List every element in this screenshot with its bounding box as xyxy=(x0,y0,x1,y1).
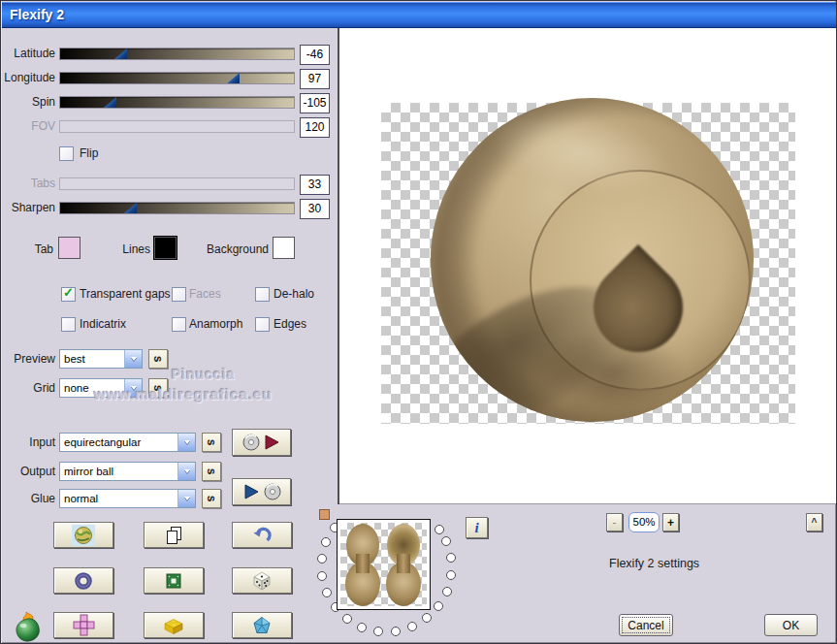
background-color-swatch[interactable] xyxy=(273,237,295,259)
output-select[interactable]: mirror ball xyxy=(59,462,196,481)
dial-dot[interactable] xyxy=(342,614,352,624)
dial-dot[interactable] xyxy=(317,571,327,581)
dehalo-label: De-halo xyxy=(274,286,314,302)
ring-icon xyxy=(73,570,94,592)
lines-swatch-label: Lines xyxy=(113,242,150,257)
save-settings-button[interactable] xyxy=(232,478,291,505)
cube-net-button[interactable] xyxy=(53,612,113,638)
dial-dot[interactable] xyxy=(407,622,417,631)
input-select-value: equirectangular xyxy=(60,436,177,448)
latitude-label: Latitude xyxy=(1,46,55,61)
edges-label: Edges xyxy=(274,316,306,332)
zoom-in-button[interactable]: + xyxy=(662,513,679,531)
lego-brick-icon xyxy=(162,614,185,637)
collapse-button[interactable]: ^ xyxy=(806,513,822,531)
info-button[interactable]: i xyxy=(466,517,488,538)
indicatrix-checkbox[interactable] xyxy=(61,317,76,332)
dial-marker[interactable] xyxy=(319,509,330,520)
spin-value[interactable]: -105 xyxy=(300,93,330,113)
chip-button[interactable] xyxy=(144,567,204,594)
cube-net-icon xyxy=(73,614,95,636)
dial-dot[interactable] xyxy=(441,536,451,546)
chevron-down-icon[interactable] xyxy=(177,434,195,451)
dial-dot[interactable] xyxy=(317,554,327,564)
brick-button[interactable] xyxy=(144,612,204,638)
grid-dropdown-label: Grid xyxy=(1,380,55,396)
latitude-slider-thumb[interactable] xyxy=(114,48,127,59)
dial-dot[interactable] xyxy=(446,570,456,580)
dial-dot[interactable] xyxy=(373,627,383,636)
example-thumbnail-image xyxy=(340,523,427,606)
window-title: Flexify 2 xyxy=(10,2,64,28)
transparent-gaps-label: Transparent gaps xyxy=(80,286,171,302)
fov-value[interactable]: 120 xyxy=(300,117,330,138)
titlebar[interactable]: Flexify 2 xyxy=(2,2,837,28)
flip-checkbox[interactable] xyxy=(59,146,74,161)
chevron-down-icon[interactable] xyxy=(124,350,142,368)
input-select[interactable]: equirectangular xyxy=(59,433,196,452)
edges-checkbox[interactable] xyxy=(255,317,270,332)
longitude-label: Longitude xyxy=(1,70,55,85)
preview-canvas[interactable] xyxy=(338,28,836,504)
cancel-button[interactable]: Cancel xyxy=(619,614,673,636)
copy-button[interactable] xyxy=(144,522,204,548)
tabs-label: Tabs xyxy=(1,176,55,191)
longitude-slider[interactable] xyxy=(59,72,295,84)
chevron-down-icon[interactable] xyxy=(177,490,195,507)
plus-icon: + xyxy=(667,516,674,530)
longitude-value[interactable]: 97 xyxy=(300,69,330,89)
longitude-slider-thumb[interactable] xyxy=(227,73,240,83)
glue-randomize-button[interactable]: s xyxy=(202,489,221,508)
gem-icon xyxy=(251,615,273,636)
ok-button[interactable]: OK xyxy=(764,614,818,636)
preview-randomize-button[interactable]: s xyxy=(148,349,168,369)
tabs-value[interactable]: 33 xyxy=(300,175,330,195)
dial-dot[interactable] xyxy=(434,601,443,611)
faces-checkbox xyxy=(172,287,186,302)
load-settings-button[interactable] xyxy=(232,429,291,456)
globe-button[interactable] xyxy=(53,522,113,548)
tab-color-swatch[interactable] xyxy=(58,237,80,259)
ring-button[interactable] xyxy=(53,567,113,594)
dial-dot[interactable] xyxy=(442,587,452,596)
undo-button[interactable] xyxy=(232,522,292,548)
dial-dot[interactable] xyxy=(322,588,332,597)
sharpen-slider-thumb[interactable] xyxy=(124,203,137,213)
glue-select[interactable]: normal xyxy=(59,489,196,508)
minus-icon: - xyxy=(613,516,617,530)
watermark-line2: www.maldiregrafica.eu xyxy=(94,386,273,402)
dehalo-checkbox[interactable] xyxy=(255,287,270,302)
sharpen-value[interactable]: 30 xyxy=(300,199,330,219)
preview-select[interactable]: best xyxy=(59,349,143,369)
preview-select-value: best xyxy=(60,353,124,365)
info-icon: i xyxy=(474,520,478,536)
dice-button[interactable] xyxy=(232,567,292,594)
gem-button[interactable] xyxy=(232,612,292,638)
undo-arrow-icon xyxy=(251,525,273,546)
dial-dot[interactable] xyxy=(391,627,401,636)
dial-dot[interactable] xyxy=(321,537,331,547)
spin-label: Spin xyxy=(1,94,55,110)
anamorph-checkbox[interactable] xyxy=(172,317,186,332)
latitude-slider[interactable] xyxy=(59,48,295,60)
spin-slider[interactable] xyxy=(59,96,295,109)
spin-slider-thumb[interactable] xyxy=(104,97,116,108)
output-randomize-button[interactable]: s xyxy=(202,462,221,481)
chevron-down-icon[interactable] xyxy=(177,463,195,480)
dial-dot[interactable] xyxy=(446,553,456,563)
zoom-out-button[interactable]: - xyxy=(606,513,623,531)
sharpen-slider[interactable] xyxy=(59,202,295,214)
input-randomize-button[interactable]: s xyxy=(202,433,221,452)
dial-dot[interactable] xyxy=(422,613,432,623)
dial-dot[interactable] xyxy=(357,623,367,632)
fov-slider xyxy=(59,120,295,133)
anamorph-label: Anamorph xyxy=(189,316,242,332)
zoom-level: 50% xyxy=(628,512,660,532)
status-text: Flexify 2 settings xyxy=(609,557,699,570)
dial-dot[interactable] xyxy=(435,525,444,534)
input-dropdown-label: Input xyxy=(1,435,55,450)
transparent-gaps-checkbox[interactable] xyxy=(61,287,76,302)
lines-color-swatch[interactable] xyxy=(154,237,177,259)
example-thumbnail[interactable] xyxy=(337,519,431,610)
latitude-value[interactable]: -46 xyxy=(300,45,330,65)
